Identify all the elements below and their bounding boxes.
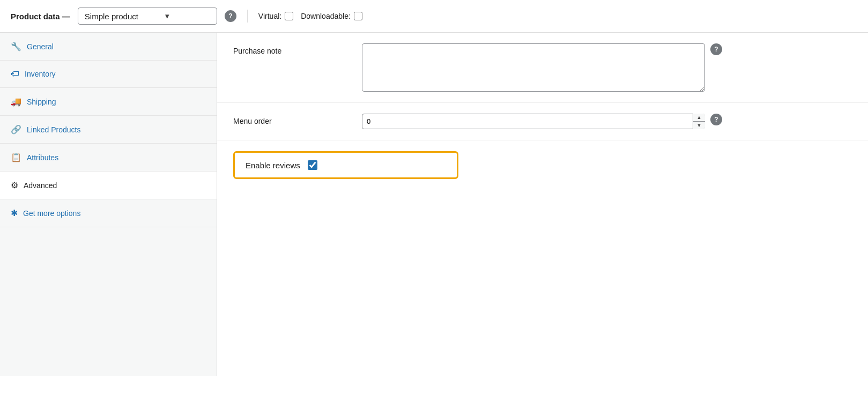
sidebar-item-general[interactable]: 🔧 General: [0, 33, 217, 61]
virtual-label: Virtual:: [258, 12, 281, 20]
product-data-title: Product data —: [11, 12, 70, 21]
sidebar-item-label: Shipping: [27, 98, 56, 106]
virtual-checkbox[interactable]: [285, 12, 293, 20]
sidebar-item-shipping[interactable]: 🚚 Shipping: [0, 88, 217, 116]
star-icon: ✱: [11, 208, 18, 218]
menu-order-input[interactable]: [362, 114, 705, 129]
enable-reviews-row: Enable reviews: [217, 140, 868, 190]
spin-up-button[interactable]: ▲: [693, 114, 705, 122]
product-type-value: Simple product: [85, 12, 138, 21]
gear-icon: ⚙: [11, 180, 18, 190]
spin-buttons: ▲ ▼: [693, 114, 705, 129]
purchase-note-label: Purchase note: [233, 43, 351, 55]
spin-down-button[interactable]: ▼: [693, 122, 705, 129]
vertical-divider: [247, 10, 248, 23]
purchase-note-row: Purchase note ?: [217, 33, 868, 103]
sidebar-item-label: Attributes: [27, 153, 58, 162]
menu-order-label: Menu order: [233, 114, 351, 125]
purchase-note-wrap: ?: [362, 43, 852, 92]
link-icon: 🔗: [11, 124, 21, 135]
wrench-icon: 🔧: [11, 41, 21, 51]
purchase-note-help-icon[interactable]: ?: [710, 43, 722, 55]
product-type-dropdown[interactable]: Simple product ▾: [78, 8, 217, 25]
menu-order-help-icon[interactable]: ?: [710, 114, 722, 125]
menu-order-row: Menu order ▲ ▼ ?: [217, 103, 868, 140]
sidebar-item-label: General: [27, 42, 54, 51]
menu-order-input-wrap: ▲ ▼: [362, 114, 705, 129]
purchase-note-textarea[interactable]: [362, 43, 705, 92]
enable-reviews-box: Enable reviews: [233, 151, 458, 179]
sidebar: 🔧 General 🏷 Inventory 🚚 Shipping 🔗 Linke…: [0, 33, 217, 376]
sidebar-item-inventory[interactable]: 🏷 Inventory: [0, 61, 217, 88]
product-data-header: Product data — Simple product ▾ ? Virtua…: [0, 0, 868, 33]
sidebar-item-linked-products[interactable]: 🔗 Linked Products: [0, 116, 217, 144]
list-icon: 📋: [11, 152, 21, 162]
product-data-body: 🔧 General 🏷 Inventory 🚚 Shipping 🔗 Linke…: [0, 33, 868, 376]
sidebar-item-label: Advanced: [24, 181, 57, 190]
sidebar-item-label: Linked Products: [27, 125, 80, 134]
help-icon[interactable]: ?: [225, 10, 236, 22]
truck-icon: 🚚: [11, 96, 21, 107]
downloadable-label: Downloadable:: [301, 12, 351, 20]
sidebar-item-advanced[interactable]: ⚙ Advanced: [0, 172, 217, 199]
sidebar-item-attributes[interactable]: 📋 Attributes: [0, 144, 217, 172]
menu-order-wrap: ▲ ▼ ?: [362, 114, 852, 129]
downloadable-checkbox-group: Downloadable:: [301, 12, 362, 20]
main-content: Purchase note ? Menu order ▲ ▼: [217, 33, 868, 376]
sidebar-item-label: Inventory: [25, 70, 56, 78]
sidebar-item-get-more-options[interactable]: ✱ Get more options: [0, 199, 217, 227]
enable-reviews-checkbox[interactable]: [308, 160, 317, 170]
chevron-down-icon: ▾: [165, 11, 169, 21]
enable-reviews-label: Enable reviews: [246, 161, 300, 170]
tag-icon: 🏷: [11, 69, 19, 79]
sidebar-item-label: Get more options: [23, 209, 80, 218]
downloadable-checkbox[interactable]: [354, 12, 362, 20]
virtual-checkbox-group: Virtual:: [258, 12, 293, 20]
